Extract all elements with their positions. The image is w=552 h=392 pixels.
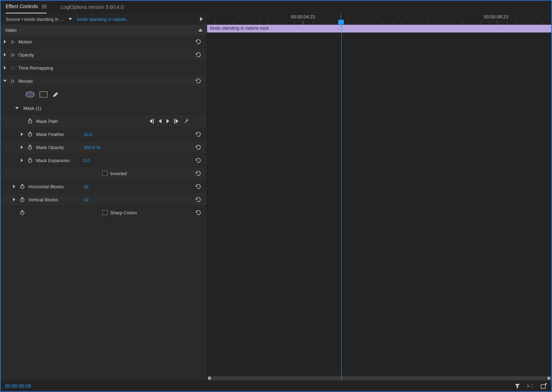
playhead[interactable] — [341, 13, 341, 25]
stopwatch-icon[interactable] — [26, 144, 34, 150]
reset-effect-button[interactable] — [193, 78, 203, 83]
next-keyframe-button[interactable] — [174, 119, 178, 124]
play-only-icon[interactable] — [527, 383, 534, 389]
fx-badge-icon[interactable]: fx — [9, 65, 16, 71]
twirl-icon[interactable] — [13, 107, 21, 109]
panel-footer: 00:00:06:06 — [1, 381, 551, 391]
reset-effect-button[interactable] — [193, 39, 203, 44]
twirl-icon[interactable] — [1, 80, 9, 82]
wrench-icon[interactable] — [183, 118, 189, 124]
effect-row-time-remapping[interactable]: fx Time Remapping — [1, 61, 207, 75]
playhead[interactable] — [341, 25, 342, 381]
svg-rect-16 — [22, 197, 23, 198]
stopwatch-icon[interactable] — [26, 118, 34, 124]
clip-bar[interactable]: kinds standing in nature.mp4 — [207, 25, 551, 32]
scroll-thumb[interactable] — [212, 376, 546, 380]
reset-property-button[interactable] — [193, 184, 203, 189]
reset-property-button[interactable] — [193, 171, 203, 176]
effect-row-opacity[interactable]: fx Opacity — [1, 48, 207, 61]
reset-property-button[interactable] — [193, 210, 203, 215]
video-section-header[interactable]: Video — [1, 25, 207, 35]
filter-icon[interactable] — [515, 383, 520, 389]
chevron-down-icon[interactable] — [69, 18, 72, 20]
horizontal-blocks-value[interactable]: 10 — [83, 184, 88, 189]
mask-inverted-row: Inverted — [1, 167, 207, 180]
effect-label: Mosaic — [16, 78, 33, 84]
twirl-icon[interactable] — [10, 185, 18, 188]
time-ruler[interactable]: 00:00:04:2300:00:09:23 — [206, 13, 551, 25]
play-icon[interactable] — [200, 17, 203, 21]
sharp-colors-checkbox[interactable] — [102, 210, 107, 215]
svg-rect-13 — [22, 184, 23, 185]
mask-expansion-value[interactable]: 0.0 — [83, 158, 90, 163]
horizontal-blocks-label: Horizontal Blocks — [26, 184, 83, 189]
collapse-up-icon[interactable] — [198, 29, 202, 31]
sharp-colors-row: Sharp Colors — [1, 206, 207, 219]
mask-row[interactable]: Mask (1) — [1, 102, 207, 115]
panel-menu-icon[interactable] — [42, 5, 47, 8]
inverted-checkbox[interactable] — [102, 171, 107, 176]
play-button[interactable] — [166, 119, 169, 123]
ellipse-mask-button[interactable] — [25, 91, 35, 97]
effect-label: Time Remapping — [16, 65, 53, 71]
current-timecode[interactable]: 00:00:06:06 — [5, 383, 31, 389]
twirl-icon[interactable] — [1, 40, 9, 43]
time-ruler-label: 00:00:04:23 — [291, 14, 315, 19]
tab-secondary[interactable]: LogiOptions version 9.60.4.0 — [61, 4, 124, 10]
effect-properties-column: Video fx Motion fx Opacit — [1, 25, 207, 381]
prev-keyframe-button[interactable] — [149, 119, 154, 124]
effect-timeline-body[interactable]: kinds standing in nature.mp4 — [207, 25, 551, 381]
twirl-icon[interactable] — [18, 145, 26, 149]
reset-property-button[interactable] — [193, 132, 203, 137]
stopwatch-icon[interactable] — [18, 197, 26, 202]
sequence-clip-name[interactable]: kinds standing in nature... — [77, 17, 198, 22]
mask-opacity-value[interactable]: 100.0 % — [83, 145, 100, 150]
svg-rect-1 — [29, 119, 31, 119]
pen-mask-button[interactable] — [52, 91, 59, 98]
effect-label: Opacity — [16, 52, 34, 58]
svg-rect-7 — [29, 145, 31, 145]
tab-bar: Effect Controls LogiOptions version 9.60… — [1, 1, 551, 13]
twirl-icon[interactable] — [1, 66, 9, 70]
rectangle-mask-button[interactable] — [40, 91, 47, 97]
vertical-blocks-value[interactable]: 10 — [83, 197, 88, 202]
stopwatch-icon[interactable] — [18, 210, 26, 215]
stopwatch-icon[interactable] — [26, 158, 34, 163]
time-ruler-label: 00:00:09:23 — [484, 14, 508, 19]
horizontal-blocks-row: Horizontal Blocks 10 — [1, 180, 207, 193]
scroll-handle-left[interactable] — [208, 376, 211, 380]
mask-feather-value[interactable]: 10.0 — [83, 132, 92, 137]
fx-badge-icon[interactable]: fx — [9, 52, 16, 58]
twirl-icon[interactable] — [10, 198, 18, 201]
vertical-blocks-row: Vertical Blocks 10 — [1, 193, 207, 206]
stopwatch-icon[interactable] — [18, 184, 26, 189]
effect-controls-panel: Effect Controls LogiOptions version 9.60… — [0, 0, 552, 392]
twirl-icon[interactable] — [1, 53, 9, 57]
reset-property-button[interactable] — [193, 158, 203, 163]
svg-rect-10 — [29, 158, 31, 159]
mask-path-keyframe-controls — [149, 118, 189, 124]
reset-effect-button[interactable] — [193, 52, 203, 57]
export-frame-icon[interactable] — [541, 383, 547, 389]
sharp-colors-label: Sharp Colors — [110, 210, 137, 215]
fx-badge-icon[interactable]: fx — [9, 78, 16, 84]
twirl-icon[interactable] — [18, 159, 26, 162]
tab-label: Effect Controls — [6, 4, 38, 9]
inverted-label: Inverted — [110, 171, 127, 176]
reset-property-button[interactable] — [193, 145, 203, 150]
mask-path-row: Mask Path — [1, 115, 207, 128]
effect-row-motion[interactable]: fx Motion — [1, 35, 207, 48]
twirl-icon[interactable] — [18, 132, 26, 136]
effect-timeline: 00:00:04:2300:00:09:23 — [206, 13, 551, 25]
effect-row-mosaic[interactable]: fx Mosaic — [1, 75, 207, 88]
reset-property-button[interactable] — [193, 197, 203, 202]
horizontal-scrollbar[interactable] — [207, 376, 551, 381]
stopwatch-icon[interactable] — [26, 131, 34, 137]
fx-badge-icon[interactable]: fx — [9, 39, 16, 44]
scroll-handle-right[interactable] — [547, 376, 551, 380]
mask-opacity-row: Mask Opacity 100.0 % — [1, 141, 207, 154]
step-back-button[interactable] — [159, 119, 162, 123]
tab-label: LogiOptions version 9.60.4.0 — [61, 4, 124, 10]
mask-shape-tools — [1, 88, 207, 102]
tab-effect-controls[interactable]: Effect Controls — [6, 1, 47, 13]
